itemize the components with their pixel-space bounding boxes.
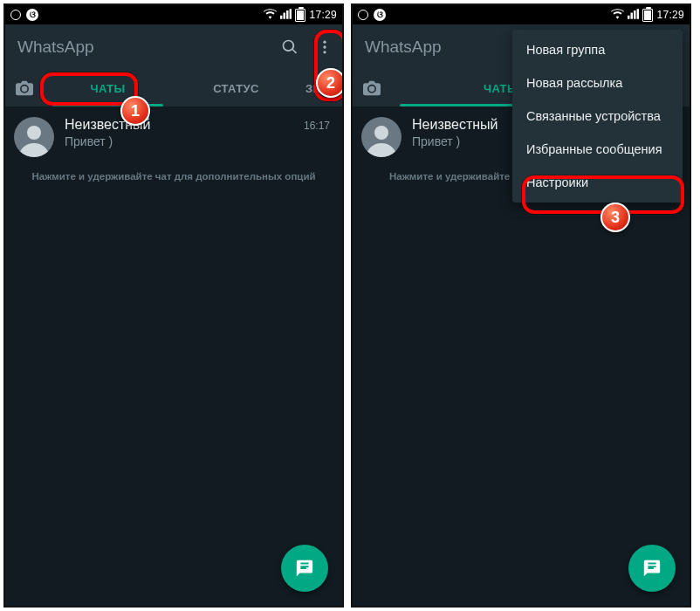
hold-hint: Нажмите и удерживайте чат для дополнител…	[5, 166, 342, 182]
appbar-actions	[281, 38, 333, 56]
search-icon[interactable]	[281, 38, 299, 56]
opera-icon	[10, 10, 21, 20]
tab-chats-label: ЧАТЫ	[90, 82, 125, 95]
avatar[interactable]	[361, 117, 401, 157]
opera-icon	[358, 10, 368, 20]
statusbar-left: ଓ	[358, 9, 386, 21]
menu-new-broadcast[interactable]: Новая рассылка	[512, 66, 683, 100]
tab-status[interactable]: СТАТУС	[172, 70, 300, 106]
new-chat-fab[interactable]	[281, 545, 328, 592]
camera-icon[interactable]	[5, 70, 44, 106]
signal-icon	[280, 9, 292, 21]
chat-time: 16:17	[304, 120, 330, 132]
menu-linked-devices[interactable]: Связанные устройства	[512, 100, 683, 133]
svg-point-0	[323, 41, 326, 44]
badge-2: 2	[316, 68, 344, 98]
wifi-icon	[611, 9, 624, 22]
menu-settings[interactable]: Настройки	[512, 166, 683, 199]
phone-left: ଓ 17:29 WhatsApp ЧАТЫ СТАТУ	[3, 3, 344, 608]
more-options-icon[interactable]	[316, 38, 333, 56]
menu-new-group[interactable]: Новая группа	[512, 33, 683, 66]
tabs: ЧАТЫ СТАТУС ЗВО	[5, 70, 342, 106]
signal-icon	[628, 9, 639, 21]
status-time: 17:29	[656, 9, 684, 21]
chat-main: Неизвестный 16:17 Привет )	[65, 117, 330, 148]
wifi-icon	[264, 9, 277, 22]
status-time: 17:29	[309, 9, 337, 21]
battery-icon	[642, 9, 653, 22]
statusbar: ଓ 17:29	[5, 5, 342, 24]
statusbar-right: 17:29	[611, 9, 684, 22]
chat-name: Неизвестный	[412, 117, 498, 133]
tab-status-label: СТАТУС	[213, 82, 259, 95]
svg-point-3	[27, 126, 41, 140]
svg-point-7	[374, 126, 388, 140]
new-chat-fab[interactable]	[628, 545, 676, 592]
tab-chats[interactable]: ЧАТЫ	[44, 70, 172, 106]
menu-starred-messages[interactable]: Избранные сообщения	[512, 133, 683, 166]
statusbar-right: 17:29	[264, 9, 337, 22]
app-title: WhatsApp	[365, 38, 442, 57]
chat-list: Неизвестный 16:17 Привет ) Нажмите и уде…	[5, 106, 342, 606]
chat-row[interactable]: Неизвестный 16:17 Привет )	[5, 106, 342, 166]
shazam-icon: ଓ	[26, 9, 38, 21]
phone-right: ଓ 17:29 WhatsApp ЧАТЫ СС	[351, 3, 691, 608]
battery-icon	[295, 9, 305, 22]
badge-3: 3	[600, 203, 630, 232]
appbar: WhatsApp	[5, 24, 342, 70]
statusbar-left: ଓ	[10, 9, 38, 21]
svg-point-1	[323, 45, 326, 48]
statusbar: ଓ 17:29	[353, 5, 690, 24]
svg-point-2	[323, 51, 326, 53]
camera-icon[interactable]	[353, 70, 391, 106]
badge-1: 1	[120, 96, 150, 126]
shazam-icon: ଓ	[374, 9, 386, 21]
avatar[interactable]	[14, 117, 54, 157]
app-title: WhatsApp	[17, 38, 94, 57]
chat-message: Привет )	[65, 134, 330, 148]
overflow-menu: Новая группа Новая рассылка Связанные ус…	[512, 30, 683, 203]
